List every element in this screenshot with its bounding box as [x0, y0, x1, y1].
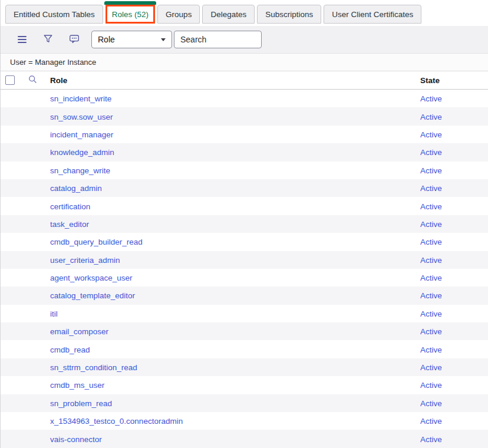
role-link[interactable]: incident_manager: [50, 130, 113, 139]
role-cell: x_1534963_testco_0.connectoradmin: [50, 416, 420, 426]
state-cell: Active: [420, 344, 488, 355]
select-all-checkbox[interactable]: [5, 75, 15, 85]
state-link[interactable]: Active: [420, 256, 442, 265]
state-cell: Active: [420, 111, 488, 122]
table-row: cmdb_read Active: [1, 340, 488, 358]
list-menu-button[interactable]: [17, 35, 27, 44]
tab-delegates[interactable]: Delegates: [202, 5, 255, 24]
role-link[interactable]: email_composer: [50, 327, 108, 336]
active-tab-highlight-box: Roles (52): [105, 5, 155, 24]
role-link[interactable]: x_1534963_testco_0.connectoradmin: [50, 417, 183, 426]
role-link[interactable]: sn_incident_write: [50, 94, 111, 103]
state-cell: Active: [420, 362, 488, 373]
tab-roles-active[interactable]: Roles (52): [105, 1, 155, 24]
role-cell: sn_sttrm_condition_read: [50, 362, 420, 373]
state-link[interactable]: Active: [420, 184, 442, 193]
role-link[interactable]: itil: [50, 309, 58, 318]
role-link[interactable]: catalog_admin: [50, 184, 102, 193]
role-link[interactable]: sn_problem_read: [50, 399, 112, 408]
role-cell: sn_incident_write: [50, 93, 420, 104]
state-link[interactable]: Active: [420, 399, 442, 408]
state-cell: Active: [420, 380, 488, 390]
state-link[interactable]: Active: [420, 291, 442, 300]
role-link[interactable]: user_criteria_admin: [50, 256, 120, 265]
tab-entitled-custom-tables[interactable]: Entitled Custom Tables: [5, 5, 103, 24]
state-cell: Active: [420, 93, 488, 104]
state-link[interactable]: Active: [420, 309, 442, 318]
state-link[interactable]: Active: [420, 381, 442, 390]
state-link[interactable]: Active: [420, 202, 442, 211]
role-cell: catalog_admin: [50, 183, 420, 193]
table-row: agent_workspace_user Active: [1, 269, 488, 286]
table-row: sn_sttrm_condition_read Active: [1, 358, 488, 376]
tab-label: User Client Certificates: [332, 10, 413, 19]
state-cell: Active: [420, 416, 488, 426]
filter-icon: [43, 34, 53, 45]
tab-label: Entitled Custom Tables: [14, 10, 95, 19]
search-input[interactable]: [174, 31, 262, 48]
column-header-state[interactable]: State: [420, 76, 488, 85]
role-link[interactable]: cmdb_read: [50, 345, 90, 354]
state-link[interactable]: Active: [420, 327, 442, 336]
role-link[interactable]: cmdb_query_builder_read: [50, 238, 143, 246]
state-link[interactable]: Active: [420, 363, 442, 372]
breadcrumb-row: User = Manager Instance: [1, 54, 488, 71]
state-link[interactable]: Active: [420, 435, 442, 444]
table-row: sn_change_write Active: [1, 162, 488, 179]
role-link[interactable]: knowledge_admin: [50, 148, 114, 157]
state-link[interactable]: Active: [420, 238, 442, 246]
role-link[interactable]: cmdb_ms_user: [50, 381, 104, 390]
state-cell: Active: [420, 434, 488, 444]
filter-button[interactable]: [43, 35, 53, 44]
role-cell: sn_change_write: [50, 165, 420, 176]
state-link[interactable]: Active: [420, 113, 442, 121]
role-cell: cmdb_ms_user: [50, 380, 420, 390]
state-cell: Active: [420, 272, 488, 283]
state-link[interactable]: Active: [420, 94, 442, 103]
state-link[interactable]: Active: [420, 274, 442, 282]
menu-icon: [18, 36, 27, 43]
state-cell: Active: [420, 326, 488, 337]
state-link[interactable]: Active: [420, 166, 442, 175]
state-cell: Active: [420, 236, 488, 247]
state-link[interactable]: Active: [420, 148, 442, 157]
column-header-role[interactable]: Role: [50, 76, 420, 85]
table-row: cmdb_ms_user Active: [1, 376, 488, 394]
tab-user-client-certificates[interactable]: User Client Certificates: [324, 5, 421, 24]
role-link[interactable]: catalog_template_editor: [50, 291, 135, 300]
header-search-cell: [24, 74, 50, 86]
tab-subscriptions[interactable]: Subscriptions: [257, 5, 321, 24]
state-link[interactable]: Active: [420, 417, 442, 426]
table-row: sn_incident_write Active: [1, 90, 488, 107]
role-link[interactable]: sn_sttrm_condition_read: [50, 363, 137, 372]
role-link[interactable]: certification: [50, 202, 90, 211]
column-search-icon[interactable]: [28, 74, 38, 86]
role-cell: agent_workspace_user: [50, 272, 420, 283]
state-link[interactable]: Active: [420, 130, 442, 139]
breadcrumb[interactable]: User = Manager Instance: [10, 58, 96, 67]
tab-groups[interactable]: Groups: [157, 5, 200, 24]
role-cell: incident_manager: [50, 129, 420, 140]
tab-label: Delegates: [210, 10, 246, 19]
state-link[interactable]: Active: [420, 220, 442, 229]
role-link[interactable]: sn_change_write: [50, 166, 110, 175]
role-cell: cmdb_read: [50, 344, 420, 355]
role-link[interactable]: sn_sow.sow_user: [50, 113, 113, 121]
state-link[interactable]: Active: [420, 345, 442, 354]
role-link[interactable]: task_editor: [50, 220, 89, 229]
table-body: sn_incident_write Active sn_sow.sow_user…: [1, 90, 488, 448]
search-field-selector[interactable]: Role: [91, 31, 172, 48]
role-cell: sn_sow.sow_user: [50, 111, 420, 122]
chevron-down-icon: [161, 38, 166, 41]
chat-button[interactable]: [69, 35, 79, 44]
header-checkbox-cell: [1, 75, 24, 85]
table-row: task_editor Active: [1, 215, 488, 233]
table-row: knowledge_admin Active: [1, 143, 488, 161]
role-link[interactable]: agent_workspace_user: [50, 274, 133, 282]
role-cell: sn_problem_read: [50, 398, 420, 409]
role-link[interactable]: vais-connector: [50, 435, 102, 444]
state-cell: Active: [420, 255, 488, 265]
chat-icon: [69, 34, 80, 45]
table-header-row: Role State: [1, 71, 488, 90]
tab-label: Subscriptions: [265, 10, 313, 19]
